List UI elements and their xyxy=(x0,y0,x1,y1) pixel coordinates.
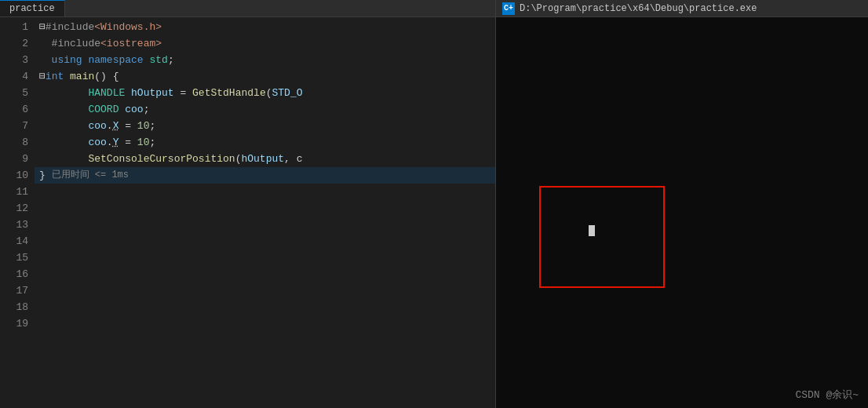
ln-1: 1 xyxy=(0,19,28,35)
var-houtput2: hOutput xyxy=(241,151,284,167)
sp-3b xyxy=(144,52,150,68)
tab-label: practice xyxy=(9,3,55,14)
code-area: 1 2 3 4 5 6 7 8 9 10 11 12 13 14 15 16 1… xyxy=(0,17,495,408)
assign-8: = xyxy=(119,134,137,151)
sp-6 xyxy=(119,101,125,118)
ln-9-breakpoint: 9 xyxy=(0,151,28,167)
num-8: 10 xyxy=(137,134,150,151)
ln-5: 5 xyxy=(0,85,28,101)
pp-1: #include xyxy=(46,19,94,35)
pp-2: #include xyxy=(52,35,100,52)
ln-19: 19 xyxy=(0,315,28,332)
ln-11: 11 xyxy=(0,184,28,200)
tab-bar: practice xyxy=(0,0,495,17)
code-line-1: ⊟ #include<Windows.h> xyxy=(35,19,495,35)
inc-1: <Windows.h> xyxy=(94,19,162,35)
sp-5a xyxy=(125,85,131,101)
code-lines: ⊟ #include<Windows.h> #include<iostream>… xyxy=(35,17,495,408)
console-title: D:\Program\practice\x64\Debug\practice.e… xyxy=(520,3,757,14)
code-line-12 xyxy=(35,200,495,217)
ln-8: 8 xyxy=(0,134,28,151)
semi-6: ; xyxy=(144,101,150,118)
ln-18: 18 xyxy=(0,299,28,315)
semi-7: ; xyxy=(149,118,155,134)
fn-main: main xyxy=(70,68,94,85)
var-y: Y xyxy=(113,134,119,151)
var-coo: coo xyxy=(125,101,143,118)
indent-7 xyxy=(39,118,88,134)
var-houtput: hOutput xyxy=(131,85,174,101)
code-line-19 xyxy=(35,315,495,332)
console-content: CSDN @余识~ xyxy=(496,17,868,408)
kw-int: int xyxy=(46,68,64,85)
ln-4: 4 xyxy=(0,68,28,85)
code-line-4: ⊟ int main () { xyxy=(35,68,495,85)
sp-5b: = xyxy=(174,85,192,101)
dot-8: . xyxy=(107,134,113,151)
kw-namespace: namespace xyxy=(88,52,143,68)
space-2 xyxy=(39,35,52,52)
code-line-6: COORD coo ; xyxy=(35,101,495,118)
code-line-3: using namespace std ; xyxy=(35,52,495,68)
ln-13: 13 xyxy=(0,217,28,233)
time-info: 已用时间 <= 1ms xyxy=(52,167,129,184)
num-7: 10 xyxy=(137,118,150,134)
fn-setcursor: SetConsoleCursorPosition xyxy=(88,151,235,167)
ln-15: 15 xyxy=(0,250,28,266)
code-line-17 xyxy=(35,282,495,299)
console-icon: C+ xyxy=(502,2,515,15)
comma-9: , c xyxy=(284,151,302,167)
console-window-outline xyxy=(539,186,665,288)
inc-2: <iostream> xyxy=(100,35,162,52)
brace-10: } xyxy=(39,167,52,184)
code-line-7: coo . X = 10 ; xyxy=(35,118,495,134)
code-line-11 xyxy=(35,184,495,200)
assign-7: = xyxy=(119,118,137,134)
icon-label: C+ xyxy=(504,4,513,13)
space-3 xyxy=(39,52,52,68)
paren-9: ( xyxy=(235,151,242,167)
kw-using: using xyxy=(52,52,82,68)
kw-coord: COORD xyxy=(88,101,119,118)
csdn-watermark: CSDN @余识~ xyxy=(795,388,859,402)
line-numbers: 1 2 3 4 5 6 7 8 9 10 11 12 13 14 15 16 1… xyxy=(0,17,35,408)
semi-3: ; xyxy=(168,52,174,68)
indent-9 xyxy=(39,151,88,167)
indent-5 xyxy=(39,85,88,101)
var-x: X xyxy=(113,118,119,134)
code-line-8: coo . Y = 10 ; xyxy=(35,134,495,151)
fold-4: ⊟ xyxy=(39,68,46,85)
code-line-16 xyxy=(35,266,495,282)
fn-getstd: GetStdHandle xyxy=(192,85,266,101)
ln-17: 17 xyxy=(0,282,28,299)
code-line-5: HANDLE hOutput = GetStdHandle ( STD_O xyxy=(35,85,495,101)
semi-8: ; xyxy=(149,134,155,151)
paren-4: () { xyxy=(94,68,119,85)
var-std: STD_O xyxy=(272,85,303,101)
dot-7: . xyxy=(107,118,113,134)
sp-3a xyxy=(82,52,89,68)
code-line-18 xyxy=(35,299,495,315)
code-line-14 xyxy=(35,233,495,250)
console-cursor xyxy=(589,225,595,236)
paren-5: ( xyxy=(266,85,272,101)
code-panel: practice 1 2 3 4 5 6 7 8 9 10 11 12 13 1… xyxy=(0,0,496,408)
fold-1: ⊟ xyxy=(39,19,46,35)
code-line-15 xyxy=(35,250,495,266)
ln-14: 14 xyxy=(0,233,28,250)
ln-16: 16 xyxy=(0,266,28,282)
ns-std: std xyxy=(149,52,167,68)
ln-7: 7 xyxy=(0,118,28,134)
console-panel: C+ D:\Program\practice\x64\Debug\practic… xyxy=(496,0,868,408)
indent-6 xyxy=(39,101,88,118)
code-line-2: #include<iostream> xyxy=(35,35,495,52)
tab-practice[interactable]: practice xyxy=(0,0,65,16)
var-cooy: coo xyxy=(88,134,106,151)
code-line-9: SetConsoleCursorPosition ( hOutput , c xyxy=(35,151,495,167)
main-container: practice 1 2 3 4 5 6 7 8 9 10 11 12 13 1… xyxy=(0,0,868,408)
ln-3: 3 xyxy=(0,52,28,68)
indent-8 xyxy=(39,134,88,151)
ln-12: 12 xyxy=(0,200,28,217)
ln-6: 6 xyxy=(0,101,28,118)
code-line-13 xyxy=(35,217,495,233)
